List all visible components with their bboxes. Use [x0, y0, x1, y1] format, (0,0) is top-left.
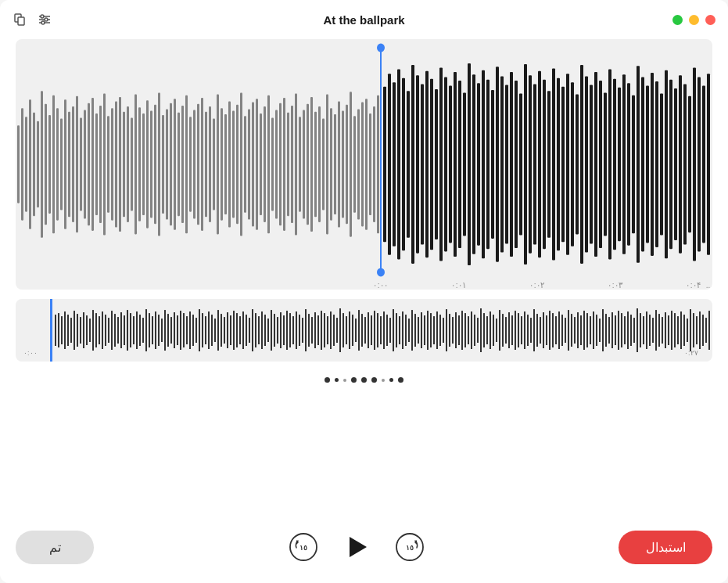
svg-rect-106	[407, 91, 410, 238]
svg-rect-283	[377, 313, 378, 347]
svg-rect-42	[150, 111, 152, 218]
svg-rect-366	[637, 308, 638, 352]
svg-rect-286	[386, 315, 388, 346]
svg-rect-327	[515, 311, 516, 350]
svg-rect-128	[510, 72, 513, 257]
svg-rect-263	[314, 312, 316, 348]
svg-rect-231	[214, 318, 216, 342]
svg-rect-153	[627, 83, 630, 245]
svg-rect-234	[224, 317, 225, 344]
svg-rect-218	[174, 312, 175, 348]
svg-rect-384	[693, 313, 694, 347]
svg-rect-224	[192, 315, 194, 346]
svg-rect-71	[264, 106, 266, 222]
svg-rect-37	[131, 117, 133, 211]
svg-rect-142	[576, 95, 579, 235]
svg-rect-242	[249, 318, 250, 343]
svg-rect-83	[310, 97, 313, 232]
yellow-traffic-light[interactable]	[689, 15, 699, 25]
done-button[interactable]: تم	[16, 531, 94, 564]
svg-rect-352	[593, 311, 594, 349]
red-traffic-light[interactable]	[705, 15, 715, 25]
svg-rect-251	[277, 317, 278, 344]
svg-rect-116	[454, 72, 457, 257]
svg-rect-201	[120, 312, 122, 348]
svg-rect-252	[280, 312, 282, 348]
svg-rect-132	[529, 75, 532, 253]
svg-rect-315	[477, 318, 479, 343]
svg-text:‏۰:۰۲: ‏۰:۰۲	[529, 279, 545, 290]
svg-rect-73	[271, 117, 274, 211]
svg-rect-282	[374, 311, 375, 350]
svg-rect-373	[658, 314, 660, 347]
replace-button[interactable]: استبدال	[619, 531, 712, 564]
svg-rect-208	[142, 318, 144, 343]
svg-point-5	[41, 15, 44, 18]
play-icon	[350, 537, 367, 557]
main-content: ‏۰:۰۰ ‏۰:۰۱ ‏۰:۰۲ ‏۰:۰۳ ‏۰:۰۴ ...	[0, 39, 728, 517]
svg-text:‏۰:۰۴: ‏۰:۰۴	[686, 279, 701, 290]
snippet-icon[interactable]	[13, 13, 27, 27]
svg-rect-294	[411, 310, 413, 351]
svg-rect-149	[608, 70, 611, 260]
svg-rect-33	[115, 101, 117, 227]
svg-rect-225	[195, 318, 197, 343]
svg-rect-93	[350, 92, 352, 236]
svg-rect-368	[643, 316, 644, 344]
svg-rect-184	[67, 315, 69, 346]
svg-rect-104	[397, 70, 400, 260]
svg-rect-227	[202, 313, 203, 347]
play-button[interactable]	[339, 530, 374, 564]
svg-rect-188	[80, 317, 81, 344]
fast-forward-button[interactable]: ١٥	[393, 530, 427, 564]
svg-rect-123	[486, 80, 490, 249]
green-traffic-light[interactable]	[672, 15, 683, 25]
svg-rect-267	[327, 316, 328, 344]
svg-rect-90	[338, 101, 340, 227]
svg-rect-69	[256, 99, 258, 230]
waveform-detail[interactable]: ‏۰:۰۰ ‏۰:۰۱ ‏۰:۰۲ ‏۰:۰۳ ‏۰:۰۴ ...	[16, 39, 712, 290]
svg-rect-235	[227, 312, 228, 348]
dot-9	[398, 377, 403, 383]
svg-rect-233	[221, 314, 222, 347]
svg-rect-180	[55, 315, 56, 346]
rewind-button[interactable]: ١٥	[286, 530, 321, 564]
svg-rect-385	[696, 316, 698, 344]
svg-rect-378	[674, 313, 676, 347]
svg-rect-344	[568, 310, 569, 351]
svg-rect-191	[89, 318, 91, 342]
waveform-overview[interactable]: ‏۰:۰۰ ‏۰:۲۷	[16, 299, 712, 362]
svg-rect-78	[291, 106, 293, 223]
svg-rect-313	[471, 311, 472, 349]
svg-rect-165	[683, 84, 687, 244]
svg-rect-96	[361, 103, 364, 227]
svg-rect-164	[679, 75, 682, 253]
svg-rect-273	[346, 316, 347, 344]
mixer-icon[interactable]	[38, 13, 52, 27]
svg-rect-284	[380, 316, 382, 344]
svg-rect-161	[665, 70, 668, 259]
svg-rect-307	[452, 317, 454, 344]
svg-rect-67	[248, 109, 250, 219]
svg-rect-238	[236, 313, 238, 347]
svg-rect-115	[449, 86, 452, 243]
svg-rect-349	[583, 311, 585, 350]
svg-rect-357	[608, 317, 610, 344]
svg-rect-84	[314, 112, 317, 218]
svg-rect-271	[339, 308, 341, 352]
svg-rect-272	[342, 313, 344, 347]
svg-rect-371	[652, 318, 654, 343]
svg-rect-120	[472, 74, 475, 254]
svg-rect-276	[355, 318, 357, 342]
svg-rect-169	[702, 86, 705, 243]
svg-rect-329	[521, 316, 522, 344]
svg-rect-246	[261, 311, 263, 349]
svg-rect-119	[468, 63, 471, 265]
svg-rect-103	[393, 82, 396, 247]
svg-rect-383	[690, 309, 691, 351]
svg-rect-259	[302, 318, 303, 343]
svg-rect-356	[605, 314, 607, 347]
svg-rect-187	[77, 314, 78, 347]
svg-rect-339	[552, 313, 554, 347]
svg-rect-316	[480, 308, 482, 352]
